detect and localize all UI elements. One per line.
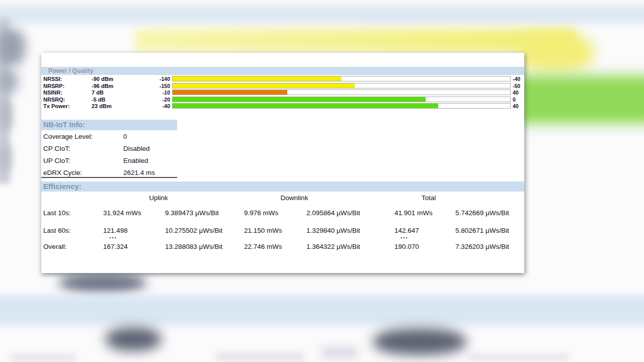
signal-value: -5 dB xyxy=(92,97,106,103)
signal-label: NRSRQ: xyxy=(43,97,65,103)
scale-min-label: -10 xyxy=(149,89,170,96)
row-label: Last 10s: xyxy=(43,209,103,217)
uplink-energy: 167.324 xyxy=(103,243,165,250)
background-blur-footer-3 xyxy=(322,347,357,358)
info-label: Coverage Level: xyxy=(43,133,93,140)
nbiot-info-rows: Coverage Level: 0 CP CIoT: Disabled UP C… xyxy=(41,132,212,180)
signal-bar-track xyxy=(172,89,511,95)
column-group-total: Total xyxy=(422,194,436,202)
background-blur-left-text-3 xyxy=(0,100,12,131)
info-value: Enabled xyxy=(123,157,148,164)
background-blur-left-strip xyxy=(0,18,10,184)
info-value: 2621.4 ms xyxy=(123,169,155,176)
efficiency-row-last-10s: Last 10s: 31.924 mWs 9.389473 µWs/Bit 9.… xyxy=(41,209,524,217)
power-quality-title: Power / Quality xyxy=(48,67,94,74)
uplink-efficiency: 10.275502 µWs/Bit xyxy=(165,227,244,238)
efficiency-row-overall: Overall: 167.324 13.288083 µWs/Bit 22.74… xyxy=(41,243,524,250)
info-value: 0 xyxy=(123,133,127,140)
uplink-efficiency: 9.389473 µWs/Bit xyxy=(165,209,244,217)
signal-bar-track xyxy=(172,97,511,102)
signal-row-nrsrp: NRSRP: -96 dBm -150 -50 xyxy=(41,82,524,89)
uplink-energy: 121.498 ... xyxy=(103,227,165,238)
signal-label: NRSRP: xyxy=(43,83,64,89)
scale-min-label: -150 xyxy=(149,83,170,89)
downlink-energy: 9.976 mWs xyxy=(244,209,306,217)
truncation-ellipsis: ... xyxy=(103,234,165,238)
column-group-uplink: Uplink xyxy=(149,194,168,202)
downlink-energy: 22.746 mWs xyxy=(244,243,306,250)
info-row-cp-ciot: CP CIoT: Disabled xyxy=(41,144,212,156)
signal-bar-fill xyxy=(173,97,426,102)
signal-value: 23 dBm xyxy=(92,103,112,109)
truncation-ellipsis: ... xyxy=(394,234,455,238)
scale-max-label: 0 xyxy=(513,97,516,103)
background-blur-uplink-text xyxy=(106,327,161,351)
downlink-efficiency: 1.329840 µWs/Bit xyxy=(306,227,394,238)
nbiot-info-title: NB-IoT Info: xyxy=(43,121,85,129)
signal-row-nrssi: NRSSI: -90 dBm -140 -40 xyxy=(41,75,524,82)
total-efficiency: 5.742669 µWs/Bit xyxy=(455,209,524,217)
total-energy: 190.070 xyxy=(394,243,455,250)
scale-max-label: 40 xyxy=(513,89,519,96)
background-blur-left-text-2 xyxy=(0,69,18,94)
downlink-efficiency: 1.364322 µWs/Bit xyxy=(306,243,394,250)
info-row-up-ciot: UP CIoT: Enabled xyxy=(41,156,212,168)
scale-min-label: -20 xyxy=(149,97,170,103)
row-label: Last 60s: xyxy=(43,227,103,238)
scale-min-label: -140 xyxy=(149,76,170,82)
background-blur-left-text-4 xyxy=(0,145,11,171)
background-blur-footer-1 xyxy=(10,354,75,361)
signal-bar-track xyxy=(172,76,511,81)
background-blur-top-band xyxy=(0,5,644,24)
background-blur-yellow-blob xyxy=(517,33,594,71)
background-blur-left-text-1 xyxy=(0,29,25,65)
info-label: UP CIoT: xyxy=(43,157,70,164)
status-panel: Power / Quality NRSSI: -90 dBm -140 -40 … xyxy=(41,53,524,273)
signal-value: -90 dBm xyxy=(92,76,113,82)
total-energy: 41.901 mWs xyxy=(394,209,455,217)
row-label: Overall: xyxy=(43,243,103,250)
background-blur-bottom-band xyxy=(0,295,644,325)
signal-label: Tx Power: xyxy=(43,103,70,109)
scale-max-label: -40 xyxy=(513,76,520,82)
scale-max-label: -50 xyxy=(513,83,520,89)
background-blur-section-text xyxy=(59,273,146,293)
background-blur-downlink-text xyxy=(373,328,466,355)
signal-bar-fill xyxy=(173,76,342,81)
signal-bar-track xyxy=(172,103,511,109)
downlink-efficiency: 2.095864 µWs/Bit xyxy=(306,209,394,217)
info-row-coverage-level: Coverage Level: 0 xyxy=(41,132,212,144)
signal-bar-fill xyxy=(173,90,287,95)
efficiency-header-band xyxy=(41,182,524,192)
signal-label: NSINR: xyxy=(43,89,62,96)
total-energy: 142.647 ... xyxy=(394,227,455,238)
total-efficiency: 5.802671 µWs/Bit xyxy=(455,227,524,238)
signal-bar-fill xyxy=(173,104,438,108)
scale-max-label: 40 xyxy=(513,103,519,109)
scale-min-label: -40 xyxy=(149,103,170,109)
efficiency-row-last-60s: Last 60s: 121.498 ... 10.275502 µWs/Bit … xyxy=(41,227,524,238)
signal-row-nrsrq: NRSRQ: -5 dB -20 0 xyxy=(41,96,524,103)
info-label: CP CIoT: xyxy=(43,145,70,152)
total-efficiency: 7.326203 µWs/Bit xyxy=(455,243,524,250)
background-blur-green-bar xyxy=(512,75,644,124)
power-quality-header-band xyxy=(41,67,524,75)
background-blur-yellow-bar xyxy=(135,29,577,52)
efficiency-title: Efficiency: xyxy=(43,182,82,191)
background-blur-footer-4 xyxy=(468,354,569,361)
signal-row-nsinr: NSINR: 7 dB -10 40 xyxy=(41,89,524,96)
info-value: Disabled xyxy=(123,145,150,152)
background-blur-footer-2 xyxy=(216,353,304,361)
info-row-edrx-cycle: eDRX Cycle: 2621.4 ms xyxy=(41,168,212,180)
screen: Power / Quality NRSSI: -90 dBm -140 -40 … xyxy=(0,0,644,362)
signal-label: NRSSI: xyxy=(43,76,62,82)
info-label: eDRX Cycle: xyxy=(43,169,82,176)
signal-value: -96 dBm xyxy=(92,83,113,89)
nbiot-info-underline xyxy=(41,177,177,178)
uplink-energy: 31.924 mWs xyxy=(103,209,165,217)
signal-row-tx-power: Tx Power: 23 dBm -40 40 xyxy=(41,103,524,110)
signal-bar-fill xyxy=(173,83,355,88)
column-group-downlink: Downlink xyxy=(281,194,308,202)
signal-bar-track xyxy=(172,83,511,88)
uplink-efficiency: 13.288083 µWs/Bit xyxy=(165,243,244,250)
